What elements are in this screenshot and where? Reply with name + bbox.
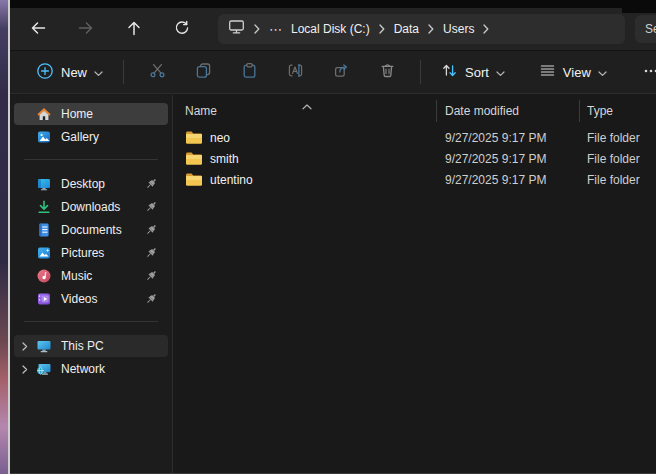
- sort-button[interactable]: Sort: [431, 56, 515, 88]
- videos-icon: [36, 291, 52, 307]
- file-name-cell: neo: [173, 127, 437, 148]
- sidebar-separator: [24, 159, 158, 160]
- breadcrumb-chevron-icon: [428, 24, 434, 34]
- window-top-right-notch: [622, 0, 656, 13]
- sidebar-item-downloads[interactable]: Downloads: [14, 196, 168, 218]
- sidebar-item-label: This PC: [61, 339, 168, 353]
- file-row[interactable]: neo 9/27/2025 9:17 PM File folder: [173, 127, 656, 148]
- chevron-down-icon: [496, 65, 505, 80]
- chevron-down-icon: [598, 65, 607, 80]
- gallery-icon: [36, 129, 52, 145]
- tree-expand-chevron-icon[interactable]: [22, 365, 36, 374]
- sort-button-label: Sort: [465, 65, 489, 80]
- sort-arrows-icon: [441, 62, 458, 82]
- file-name-cell: utentino: [173, 169, 437, 190]
- tree-expand-chevron-icon[interactable]: [22, 342, 36, 351]
- sidebar-item-documents[interactable]: Documents: [14, 219, 168, 241]
- copy-button[interactable]: [183, 55, 223, 89]
- file-row[interactable]: smith 9/27/2025 9:17 PM File folder: [173, 148, 656, 169]
- sidebar-item-music[interactable]: Music: [14, 265, 168, 287]
- sidebar-item-label: Downloads: [61, 200, 144, 214]
- breadcrumb-item-users[interactable]: Users: [443, 22, 474, 36]
- file-date-cell: 9/27/2025 9:17 PM: [437, 148, 580, 169]
- this-pc-monitor-icon: [228, 19, 245, 39]
- file-type-cell: File folder: [580, 169, 656, 190]
- paste-button[interactable]: [229, 55, 269, 89]
- rename-icon: [287, 62, 304, 82]
- more-options-button[interactable]: [631, 55, 656, 89]
- file-list: neo 9/27/2025 9:17 PM File folder smith …: [173, 127, 656, 190]
- refresh-icon: [173, 19, 191, 40]
- forward-button[interactable]: [66, 13, 106, 45]
- downloads-icon: [36, 199, 52, 215]
- column-header-date-modified[interactable]: Date modified: [437, 100, 580, 122]
- pin-icon[interactable]: [144, 200, 158, 214]
- more-ellipsis-icon: [643, 63, 656, 82]
- breadcrumb-ellipsis[interactable]: ⋯: [269, 22, 283, 37]
- sidebar-item-this-pc[interactable]: This PC: [14, 335, 168, 357]
- sidebar-item-label: Gallery: [61, 130, 168, 144]
- window-top-strip: [10, 0, 656, 8]
- file-list-panel: Name Date modified Type neo 9/27/2025 9:…: [173, 95, 656, 473]
- desktop-icon: [36, 176, 52, 192]
- breadcrumb-chevron-icon: [379, 24, 385, 34]
- view-list-icon: [539, 62, 556, 82]
- sidebar-item-label: Videos: [61, 292, 144, 306]
- forward-arrow-icon: [77, 19, 95, 40]
- cut-icon: [149, 62, 166, 82]
- sidebar-item-network[interactable]: Network: [14, 358, 168, 380]
- desktop-wallpaper-strip: [0, 0, 8, 474]
- view-button[interactable]: View: [529, 56, 617, 88]
- breadcrumb-chevron-icon: [254, 24, 260, 34]
- documents-icon: [36, 222, 52, 238]
- breadcrumb-item-data[interactable]: Data: [394, 22, 419, 36]
- sidebar-item-label: Documents: [61, 223, 144, 237]
- sidebar-separator: [24, 321, 158, 322]
- file-name: utentino: [210, 173, 253, 187]
- file-type-cell: File folder: [580, 127, 656, 148]
- delete-button[interactable]: [367, 55, 407, 89]
- sidebar: Home Gallery Desktop: [10, 95, 173, 473]
- sidebar-item-home[interactable]: Home: [14, 103, 168, 125]
- pictures-icon: [36, 245, 52, 261]
- pin-icon[interactable]: [144, 223, 158, 237]
- back-button[interactable]: [18, 13, 58, 45]
- pin-icon[interactable]: [144, 292, 158, 306]
- sidebar-item-videos[interactable]: Videos: [14, 288, 168, 310]
- sidebar-item-pictures[interactable]: Pictures: [14, 242, 168, 264]
- sidebar-item-label: Network: [61, 362, 168, 376]
- navigation-bar: ⋯ Local Disk (C:) Data Users Sea: [10, 8, 656, 50]
- command-toolbar: New: [10, 50, 656, 94]
- sidebar-item-gallery[interactable]: Gallery: [14, 126, 168, 148]
- file-date-cell: 9/27/2025 9:17 PM: [437, 169, 580, 190]
- window-body: Home Gallery Desktop: [10, 95, 656, 473]
- file-name: smith: [210, 152, 239, 166]
- up-arrow-icon: [125, 19, 143, 40]
- sort-ascending-caret-icon: [302, 96, 312, 114]
- sidebar-item-label: Pictures: [61, 246, 144, 260]
- pin-icon[interactable]: [144, 269, 158, 283]
- column-header-type[interactable]: Type: [580, 100, 656, 122]
- search-input[interactable]: Sea: [635, 15, 656, 43]
- share-button[interactable]: [321, 55, 361, 89]
- explorer-window: ⋯ Local Disk (C:) Data Users Sea: [10, 0, 656, 474]
- folder-icon: [185, 130, 203, 145]
- pin-icon[interactable]: [144, 177, 158, 191]
- rename-button[interactable]: [275, 55, 315, 89]
- file-date-cell: 9/27/2025 9:17 PM: [437, 127, 580, 148]
- delete-icon: [379, 62, 396, 82]
- file-row[interactable]: utentino 9/27/2025 9:17 PM File folder: [173, 169, 656, 190]
- breadcrumb-chevron-icon: [483, 24, 489, 34]
- pin-icon[interactable]: [144, 246, 158, 260]
- up-button[interactable]: [114, 13, 154, 45]
- sidebar-item-desktop[interactable]: Desktop: [14, 173, 168, 195]
- toolbar-separator: [123, 60, 124, 84]
- view-button-label: View: [563, 65, 591, 80]
- breadcrumb-item-local-disk[interactable]: Local Disk (C:): [291, 22, 370, 36]
- address-bar[interactable]: ⋯ Local Disk (C:) Data Users: [218, 14, 625, 44]
- refresh-button[interactable]: [162, 13, 202, 45]
- cut-button[interactable]: [137, 55, 177, 89]
- new-plus-icon: [36, 62, 54, 83]
- new-button[interactable]: New: [26, 56, 113, 89]
- share-icon: [333, 62, 350, 82]
